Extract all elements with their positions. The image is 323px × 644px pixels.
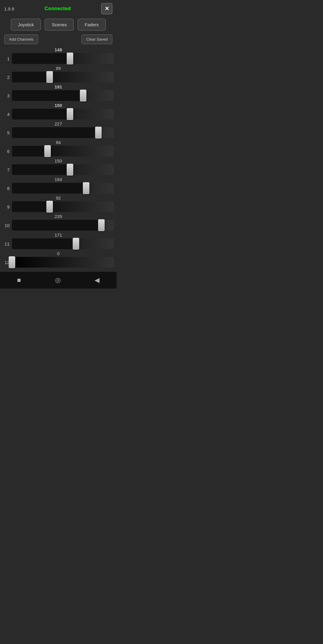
fader-value: 150	[3, 158, 114, 163]
slider-thumb[interactable]	[67, 53, 73, 65]
fader-value: 84	[3, 140, 114, 145]
slider-fill	[12, 53, 70, 64]
slider-track[interactable]	[12, 72, 114, 82]
fader-row: 012	[3, 251, 114, 268]
fader-row: 846	[3, 140, 114, 157]
slider-thumb[interactable]	[44, 145, 51, 157]
fader-value: 150	[3, 103, 114, 108]
fader-number: 9	[3, 204, 10, 209]
fader-number: 5	[3, 130, 10, 135]
fader-row: 892	[3, 66, 114, 82]
fader-value: 0	[3, 251, 114, 256]
fader-number: 1	[3, 56, 10, 61]
toolbar: Add Channels Clear Saved	[0, 34, 117, 47]
slider-fill	[12, 72, 50, 82]
bottom-nav: ■ ◎ ◀	[0, 272, 117, 289]
slider-track[interactable]	[12, 201, 114, 212]
slider-fill	[12, 183, 86, 194]
slider-track[interactable]	[12, 183, 114, 194]
slider-track[interactable]	[12, 238, 114, 249]
fader-value: 148	[3, 47, 114, 52]
add-channels-button[interactable]: Add Channels	[4, 34, 38, 44]
fader-value: 191	[3, 84, 114, 89]
slider-fill	[12, 146, 48, 157]
nav-buttons: Joystick Scenes Faders	[0, 19, 117, 31]
fader-number: 7	[3, 167, 10, 172]
slider-track[interactable]	[12, 109, 114, 119]
slider-thumb[interactable]	[46, 201, 53, 213]
slider-track[interactable]	[12, 257, 114, 268]
joystick-button[interactable]: Joystick	[11, 19, 41, 31]
slider-thumb[interactable]	[9, 256, 15, 268]
slider-track[interactable]	[12, 146, 114, 157]
slider-track[interactable]	[12, 127, 114, 138]
slider-thumb[interactable]	[67, 164, 73, 176]
slider-fill	[12, 220, 101, 231]
scenes-button[interactable]: Scenes	[45, 19, 74, 31]
fader-row: 1913	[3, 84, 114, 101]
slider-fill	[12, 164, 70, 175]
fader-number: 11	[3, 241, 10, 246]
slider-track[interactable]	[12, 90, 114, 101]
faders-button[interactable]: Faders	[77, 19, 106, 31]
slider-fill	[12, 238, 76, 249]
fader-row: 2275	[3, 121, 114, 138]
connection-status: Connected	[45, 6, 71, 12]
fader-value: 227	[3, 121, 114, 126]
slider-thumb[interactable]	[46, 71, 53, 83]
fader-value: 89	[3, 66, 114, 71]
version-label: 1.9.9	[4, 6, 14, 11]
fader-row: 1504	[3, 103, 114, 119]
slider-thumb[interactable]	[95, 127, 102, 139]
slider-track[interactable]	[12, 53, 114, 64]
slider-fill	[12, 109, 70, 119]
slider-track[interactable]	[12, 220, 114, 231]
slider-fill	[12, 201, 50, 212]
slider-thumb[interactable]	[80, 90, 86, 102]
faders-list: 1481892191315042275846150719489292351017…	[0, 47, 117, 268]
fader-number: 3	[3, 93, 10, 98]
header: 1.9.9 Connected ✕	[0, 0, 117, 16]
fader-row: 1948	[3, 177, 114, 194]
fader-value: 194	[3, 177, 114, 182]
fader-row: 1481	[3, 47, 114, 64]
fader-value: 92	[3, 195, 114, 200]
slider-thumb[interactable]	[98, 219, 105, 231]
fader-number: 4	[3, 112, 10, 117]
slider-thumb[interactable]	[83, 182, 89, 194]
fader-row: 23510	[3, 214, 114, 231]
fader-row: 929	[3, 195, 114, 212]
close-button[interactable]: ✕	[101, 3, 112, 14]
fader-value: 235	[3, 214, 114, 219]
fader-number: 8	[3, 186, 10, 191]
slider-track[interactable]	[12, 164, 114, 175]
slider-thumb[interactable]	[73, 238, 79, 250]
stop-icon[interactable]: ■	[17, 276, 21, 284]
fader-number: 2	[3, 75, 10, 80]
back-icon[interactable]: ◀	[95, 276, 100, 284]
slider-fill	[12, 90, 83, 101]
fader-row: 1507	[3, 158, 114, 175]
fader-value: 171	[3, 232, 114, 237]
slider-fill	[12, 127, 98, 138]
home-icon[interactable]: ◎	[55, 276, 61, 284]
fader-row: 17111	[3, 232, 114, 249]
clear-saved-button[interactable]: Clear Saved	[81, 34, 112, 44]
fader-number: 10	[3, 223, 10, 228]
slider-thumb[interactable]	[67, 108, 73, 120]
fader-number: 6	[3, 149, 10, 154]
